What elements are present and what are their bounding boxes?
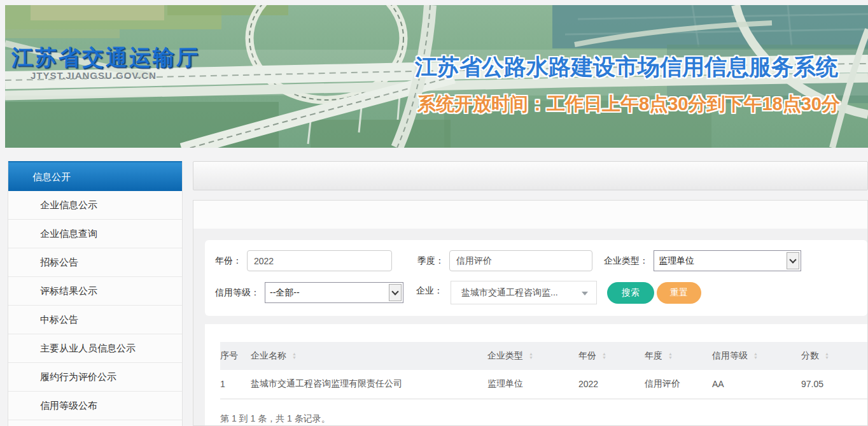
credit-level-label: 信用等级： — [215, 287, 260, 299]
year-input[interactable] — [247, 250, 392, 271]
cell-company-name: 盐城市交通工程咨询监理有限责任公司 — [251, 370, 487, 399]
sort-icon[interactable]: ▲▼ — [602, 352, 606, 360]
sidebar-header-info-disclosure[interactable]: 信息公开 — [8, 161, 182, 191]
cell-company-type: 监理单位 — [487, 370, 578, 399]
sidebar-item-credit-rating-release[interactable]: 信用等级公布 — [8, 392, 182, 420]
cell-score: 97.05 — [801, 370, 867, 399]
col-header-year[interactable]: 年份▲▼ — [578, 342, 645, 370]
quarter-input[interactable] — [449, 250, 592, 271]
sidebar-item-bid-announcement[interactable]: 招标公告 — [8, 248, 182, 277]
search-button[interactable]: 搜索 — [607, 282, 654, 304]
credit-level-select[interactable]: --全部-- — [265, 282, 403, 303]
sort-icon[interactable]: ▲▼ — [529, 352, 533, 360]
sidebar-nav: 信息公开 企业信息公示 企业信息查询 招标公告 评标结果公示 中标公告 主要从业… — [8, 161, 183, 426]
col-header-period[interactable]: 年度▲▼ — [645, 342, 712, 370]
cell-period: 信用评价 — [645, 370, 712, 399]
department-url: JTYST.JIANGSU.GOV.CN — [31, 70, 157, 81]
breadcrumb-bar — [193, 161, 868, 190]
company-type-label: 企业类型： — [604, 255, 648, 267]
cell-serial: 1 — [220, 370, 251, 399]
chevron-down-icon — [389, 284, 402, 301]
department-name: 江苏省交通运输厅 — [11, 43, 200, 73]
company-value: 盐城市交通工程咨询监... — [461, 287, 558, 299]
system-open-hours: 系统开放时间：工作日上午8点30分到下午18点30分 — [417, 92, 840, 117]
cell-credit-level: AA — [712, 370, 801, 399]
results-table: 序号 企业名称▲▼ 企业类型▲▼ 年份▲▼ — [220, 342, 867, 399]
table-header-row: 序号 企业名称▲▼ 企业类型▲▼ 年份▲▼ — [220, 342, 867, 370]
sort-icon[interactable]: ▲▼ — [668, 352, 673, 360]
col-header-credit-level[interactable]: 信用等级▲▼ — [712, 342, 801, 370]
sort-icon[interactable]: ▲▼ — [292, 352, 297, 360]
col-header-serial: 序号 — [220, 342, 251, 370]
sidebar-item-company-info-query[interactable]: 企业信息查询 — [8, 220, 182, 248]
company-combobox[interactable]: 盐城市交通工程咨询监... — [451, 281, 597, 304]
company-type-select[interactable]: 监理单位 — [654, 250, 801, 271]
page-layout: 信息公开 企业信息公示 企业信息查询 招标公告 评标结果公示 中标公告 主要从业… — [8, 161, 868, 426]
reset-button[interactable]: 重置 — [657, 282, 701, 304]
search-form-row-1: 年份： 季度： 企业类型： 监理单位 — [215, 250, 867, 271]
content-panel: 年份： 季度： 企业类型： 监理单位 信用等级： --全部-- — [193, 200, 868, 426]
table-row[interactable]: 1 盐城市交通工程咨询监理有限责任公司 监理单位 2022 信用评价 AA 97… — [220, 370, 867, 399]
caret-down-icon — [582, 292, 588, 295]
company-type-value: 监理单位 — [659, 255, 694, 267]
sidebar-item-bid-evaluation-result[interactable]: 评标结果公示 — [8, 277, 182, 306]
col-header-company-name[interactable]: 企业名称▲▼ — [251, 342, 487, 370]
quarter-label: 季度： — [417, 255, 444, 267]
col-header-score[interactable]: 分数▲▼ — [801, 342, 867, 370]
panel-body: 年份： 季度： 企业类型： 监理单位 信用等级： --全部-- — [193, 229, 867, 426]
credit-level-value: --全部-- — [270, 287, 300, 299]
sort-icon[interactable]: ▲▼ — [753, 352, 758, 360]
header-banner: 江苏省交通运输厅 JTYST.JIANGSU.GOV.CN 江苏省公路水路建设市… — [5, 5, 868, 148]
sidebar-item-key-personnel-info[interactable]: 主要从业人员信息公示 — [8, 334, 182, 363]
cell-year: 2022 — [578, 370, 645, 399]
main-content: 年份： 季度： 企业类型： 监理单位 信用等级： --全部-- — [193, 161, 868, 426]
sidebar-item-company-info-publicity[interactable]: 企业信息公示 — [8, 191, 182, 220]
system-title: 江苏省公路水路建设市场信用信息服务系统 — [415, 52, 838, 82]
sidebar-item-cutoff — [8, 420, 182, 426]
company-label: 企业： — [416, 285, 443, 297]
chevron-down-icon — [787, 252, 799, 269]
search-form-card: 年份： 季度： 企业类型： 监理单位 信用等级： --全部-- — [205, 240, 867, 316]
sort-icon[interactable]: ▲▼ — [825, 352, 829, 360]
sidebar-item-performance-evaluation[interactable]: 履约行为评价公示 — [8, 363, 182, 392]
sidebar-item-winning-bid-announcement[interactable]: 中标公告 — [8, 306, 182, 334]
panel-top-spacer — [193, 201, 867, 229]
year-label: 年份： — [215, 255, 242, 267]
records-count-text: 第 1 到 1 条，共 1 条记录。 — [220, 413, 867, 425]
results-table-card: 序号 企业名称▲▼ 企业类型▲▼ 年份▲▼ — [205, 324, 867, 426]
col-header-company-type[interactable]: 企业类型▲▼ — [487, 342, 578, 370]
search-form-row-2: 信用等级： --全部-- 企业： 盐城市交通工程咨询监... 搜索 重置 — [215, 281, 867, 304]
